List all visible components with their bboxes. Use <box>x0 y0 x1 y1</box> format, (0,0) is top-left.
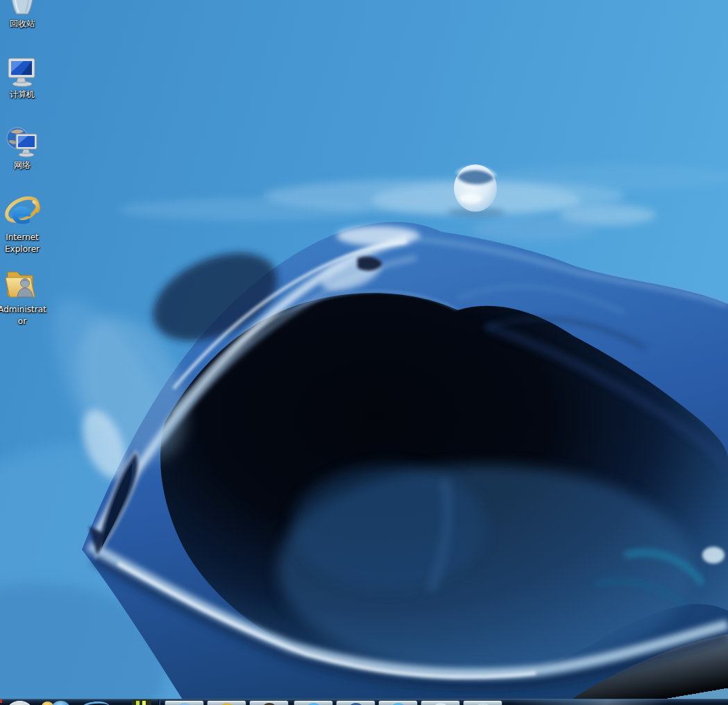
windows-desktop: { "desktop": { "icons": [ { "id": "recyc… <box>0 0 728 705</box>
icon-label: 回收站 <box>0 18 49 30</box>
quicklaunch-green-meter[interactable] <box>132 699 151 705</box>
quicklaunch-browser-swoosh[interactable] <box>78 699 114 705</box>
desktop-icon-network[interactable]: 网络 <box>0 125 44 171</box>
taskbar-window-buttons <box>164 700 502 705</box>
ie-blue-e-icon <box>51 701 70 705</box>
green-meter-icon <box>136 701 139 705</box>
blue-swoosh-icon <box>79 700 111 705</box>
taskbar-window-button-2[interactable] <box>207 700 246 705</box>
desktop-icon-computer[interactable]: 计算机 <box>0 56 44 101</box>
desktop-wallpaper <box>0 0 728 705</box>
recycle-bin-icon <box>6 0 39 17</box>
taskbar-window-button-1[interactable] <box>164 700 204 705</box>
record-indicator <box>0 699 2 703</box>
icon-label: Administrator <box>0 304 49 328</box>
taskbar-window-button-5[interactable] <box>336 700 375 705</box>
icon-label: 计算机 <box>0 89 49 101</box>
taskbar-window-button-7[interactable] <box>421 700 460 705</box>
taskbar-separator <box>158 699 160 705</box>
taskbar-window-button-4[interactable] <box>294 700 333 705</box>
icon-label: Internet Explorer <box>0 232 49 255</box>
computer-icon <box>5 56 40 87</box>
desktop-icon-administrator-folder[interactable]: Administrator <box>0 268 44 328</box>
administrator-folder-icon <box>3 268 41 303</box>
network-icon <box>5 125 40 158</box>
icon-label: 网络 <box>0 160 49 171</box>
internet-explorer-icon: e <box>3 193 41 230</box>
taskbar-window-button-8[interactable] <box>463 700 502 705</box>
svg-text:e: e <box>11 195 32 230</box>
desktop-icon-internet-explorer[interactable]: e Internet Explorer <box>0 193 44 255</box>
green-meter-icon <box>142 701 146 705</box>
desktop-icon-recycle-bin[interactable]: 回收站 <box>0 0 44 30</box>
taskbar-sheen <box>486 699 728 705</box>
taskbar-window-button-6[interactable] <box>378 700 418 705</box>
taskbar-window-button-3[interactable] <box>249 700 289 705</box>
start-button[interactable] <box>5 701 35 705</box>
quicklaunch-internet-explorer[interactable] <box>40 699 72 705</box>
taskbar <box>0 699 728 705</box>
